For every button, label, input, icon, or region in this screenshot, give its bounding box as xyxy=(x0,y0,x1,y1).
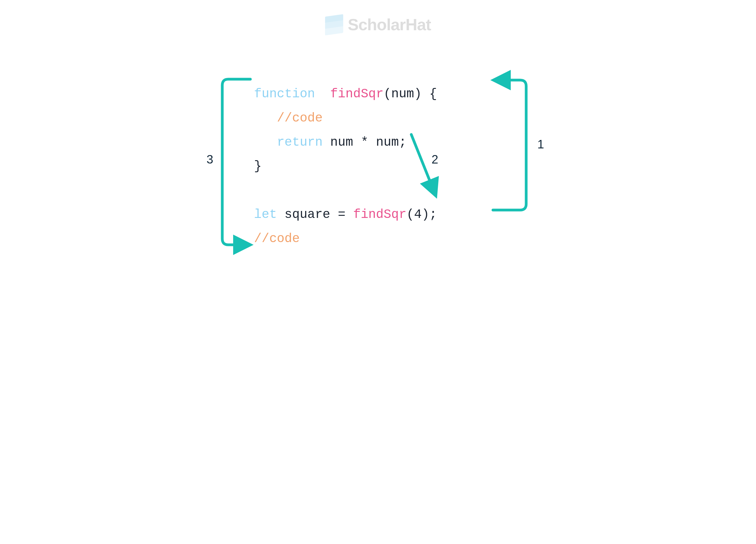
step-label-1: 1 xyxy=(537,138,544,151)
keyword-function: function xyxy=(254,87,315,101)
param-list: (num) { xyxy=(384,87,437,101)
brand-watermark: ScholarHat xyxy=(325,15,431,34)
step-label-2: 2 xyxy=(432,153,438,166)
step-label-3: 3 xyxy=(207,153,213,166)
function-name: findSqr xyxy=(330,87,383,101)
code-block: function findSqr(num) { //code return nu… xyxy=(254,82,437,251)
return-expr: num * num; xyxy=(330,135,406,150)
keyword-let: let xyxy=(254,207,277,222)
arrow-1 xyxy=(493,80,526,210)
call-args: (4); xyxy=(406,207,437,222)
brand-logo-icon xyxy=(325,15,343,34)
comment-body: //code xyxy=(277,111,323,125)
closing-brace: } xyxy=(254,159,262,174)
assignment: square = xyxy=(285,207,353,222)
call-name: findSqr xyxy=(353,207,406,222)
arrow-3 xyxy=(222,79,250,245)
keyword-return: return xyxy=(277,135,323,150)
comment-after: //code xyxy=(254,232,300,246)
brand-name: ScholarHat xyxy=(348,15,431,34)
